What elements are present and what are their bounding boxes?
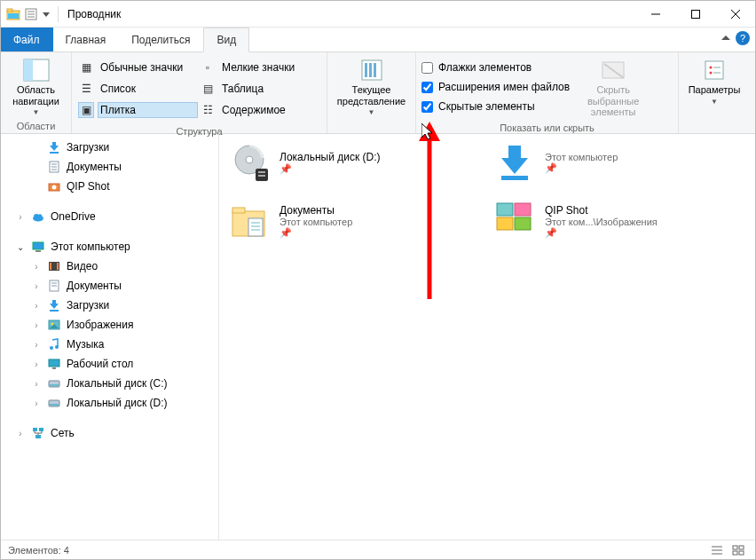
svg-rect-87: [739, 551, 744, 555]
tile-qipshot[interactable]: QIP Shot Этот ком...\Изображения 📌: [492, 198, 687, 244]
layout-list[interactable]: Список: [98, 82, 197, 96]
svg-marker-45: [50, 300, 59, 309]
svg-rect-27: [50, 152, 59, 154]
tab-file[interactable]: Файл: [1, 28, 53, 51]
tab-share[interactable]: Поделиться: [119, 28, 203, 51]
svg-rect-75: [515, 203, 531, 216]
qat-properties-icon[interactable]: [24, 7, 38, 21]
checkbox-hidden-items[interactable]: [421, 101, 433, 113]
medium-icons-icon: ▦: [79, 60, 93, 75]
svg-rect-86: [733, 551, 737, 555]
thumbnails-view-button[interactable]: [728, 542, 748, 558]
pictures-collage-icon: [493, 200, 536, 242]
details-view-button[interactable]: [707, 542, 727, 558]
svg-rect-40: [50, 263, 51, 270]
tree-video[interactable]: › Видео: [1, 256, 218, 276]
tile-downloads[interactable]: Этот компьютер 📌: [492, 139, 687, 185]
item-checkboxes-option[interactable]: Флажки элементов: [421, 58, 570, 77]
tree-downloads[interactable]: Загрузки: [1, 138, 218, 157]
content-pane[interactable]: Локальный диск (D:) 📌 Этот компьютер 📌: [219, 134, 755, 540]
help-button[interactable]: ?: [736, 31, 750, 45]
tile-name: Документы: [280, 204, 352, 217]
tree-documents[interactable]: Документы: [1, 157, 218, 177]
download-icon: [47, 298, 61, 312]
tree-thispc[interactable]: ⌄ Этот компьютер: [1, 237, 218, 256]
tree-music[interactable]: › Музыка: [1, 335, 218, 354]
nav-pane-icon: [22, 58, 51, 83]
svg-marker-66: [501, 146, 528, 174]
tree-pictures[interactable]: › Изображения: [1, 315, 218, 335]
desktop-icon: [47, 357, 61, 371]
tree-documents-pc[interactable]: › Документы: [1, 276, 218, 296]
download-icon: [493, 141, 536, 184]
qat-dropdown-icon[interactable]: [42, 7, 51, 21]
chevron-down-icon: ▼: [33, 108, 40, 116]
nav-tree[interactable]: Загрузки Документы QIP Shot › OneDrive ⌄…: [1, 134, 219, 540]
svg-rect-57: [50, 404, 59, 406]
group-panes-label: Области: [1, 120, 71, 134]
tree-downloads-pc[interactable]: › Загрузки: [1, 296, 218, 315]
svg-rect-37: [33, 242, 43, 249]
svg-point-36: [38, 214, 43, 218]
tree-qipshot[interactable]: QIP Shot: [1, 177, 218, 196]
options-button[interactable]: Параметры ▼: [684, 56, 744, 106]
pin-icon: 📌: [545, 227, 658, 239]
tree-network[interactable]: › Сеть: [1, 423, 218, 443]
document-icon: [47, 160, 61, 174]
video-icon: [47, 259, 61, 273]
maximize-button[interactable]: [675, 1, 715, 28]
checkbox-item-flags[interactable]: [421, 62, 433, 74]
tab-view[interactable]: Вид: [203, 28, 249, 52]
tree-onedrive[interactable]: › OneDrive: [1, 207, 218, 226]
tree-disk-d[interactable]: › Локальный диск (D:): [1, 393, 218, 413]
nav-pane-button[interactable]: Область навигации ▼: [6, 56, 66, 116]
close-button[interactable]: [715, 1, 755, 28]
svg-rect-53: [52, 367, 56, 369]
computer-icon: [31, 240, 45, 254]
svg-point-22: [710, 67, 713, 69]
status-item-count: Элементов: 4: [8, 545, 69, 556]
folder-documents-icon: [228, 200, 271, 242]
svg-rect-18: [374, 63, 376, 77]
current-view-button[interactable]: Текущее представление ▼: [333, 56, 410, 116]
layout-content[interactable]: Содержимое: [220, 103, 319, 117]
svg-rect-67: [501, 176, 528, 180]
file-extensions-option[interactable]: Расширения имен файлов: [421, 77, 570, 97]
expand-icon[interactable]: ›: [15, 429, 26, 438]
tile-disk-d[interactable]: Локальный диск (D:) 📌: [226, 139, 421, 185]
layout-picker[interactable]: ▦ Обычные значки ▫ Мелкие значки ☰ Списо…: [79, 58, 319, 120]
svg-rect-52: [49, 359, 59, 367]
svg-rect-46: [50, 310, 59, 312]
collapse-ribbon-icon[interactable]: [721, 34, 730, 43]
tiles-icon: ▣: [79, 103, 93, 117]
content-icon: ☷: [201, 103, 215, 117]
pin-icon: 📌: [280, 227, 352, 239]
checkbox-file-ext[interactable]: [421, 82, 433, 93]
tile-documents[interactable]: Документы Этот компьютер 📌: [226, 198, 421, 244]
pictures-icon: [47, 318, 61, 332]
layout-tiles[interactable]: Плитка: [98, 103, 197, 117]
svg-rect-38: [35, 250, 41, 252]
layout-table[interactable]: Таблица: [220, 82, 319, 96]
window-title: Проводник: [67, 8, 121, 20]
tile-name: Локальный диск (D:): [280, 151, 381, 163]
expand-icon[interactable]: ›: [15, 212, 26, 222]
music-icon: [47, 337, 61, 351]
explorer-icon: [6, 7, 20, 21]
svg-rect-21: [705, 61, 723, 79]
download-icon: [47, 140, 61, 154]
hidden-items-option[interactable]: Скрытые элементы: [421, 97, 570, 116]
svg-rect-1: [7, 9, 12, 12]
status-bar: Элементов: 4: [1, 540, 755, 560]
collapse-icon[interactable]: ⌄: [15, 242, 26, 252]
tree-desktop[interactable]: › Рабочий стол: [1, 354, 218, 374]
tab-home[interactable]: Главная: [53, 28, 120, 51]
layout-medium-icons[interactable]: Обычные значки: [98, 60, 197, 75]
svg-rect-74: [497, 203, 513, 216]
titlebar: Проводник: [1, 1, 755, 28]
tree-disk-c[interactable]: › Локальный диск (C:): [1, 374, 218, 393]
minimize-button[interactable]: [635, 1, 675, 28]
pin-icon: 📌: [545, 162, 618, 174]
tile-sub: Этот ком...\Изображения: [545, 217, 658, 227]
layout-small-icons[interactable]: Мелкие значки: [220, 60, 319, 75]
